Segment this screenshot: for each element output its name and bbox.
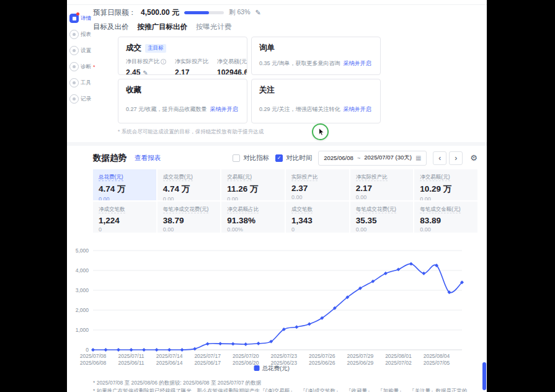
compare-metric-checkbox[interactable]: 对比指标 <box>233 154 269 163</box>
metric-compare-value: 0.00 <box>420 226 472 233</box>
main-column: 预算日限额： 4,500.00 元 剩 63% ✎ 目标及出价 按推广目标出价 … <box>93 7 477 392</box>
metric-label: 实际投产比 <box>291 174 344 181</box>
goal-suggestion-row: 0.29 元/关注，增强店铺关注转化采纳并开启 <box>259 105 373 114</box>
footnotes: * 2025/07/08 至 2025/08/06 的数据较: 2025/06/… <box>93 379 477 392</box>
goal-suggestion-row: 0.35 元/询单，获取更多意向咨询采纳并开启 <box>259 60 373 68</box>
date-range-picker[interactable]: 2025/06/08 ~ 2025/07/07 (30天) ▦ <box>318 151 427 166</box>
svg-text:2025/07/02: 2025/07/02 <box>385 360 412 366</box>
metric-card-8[interactable]: 每笔净成交花费(元)38.790.00 <box>158 202 221 233</box>
metric-value: 4.74 万 <box>163 184 215 195</box>
svg-text:1,000: 1,000 <box>76 327 89 333</box>
svg-text:2,000: 2,000 <box>76 307 89 313</box>
metric-label: 总花费(元) <box>99 174 151 181</box>
anchor-item-2[interactable]: 报表 <box>69 30 98 39</box>
goal-note: * 系统会尽可能达成设置的目标，保持稳定投放有助于提升达成 <box>118 128 477 136</box>
metric-label: 成交花费(元) <box>163 174 215 181</box>
metric-label: 每笔净成交花费(元) <box>163 206 215 213</box>
anchor-icon <box>69 94 79 104</box>
goal-card-header: 收藏 <box>126 85 239 96</box>
metric-card-10[interactable]: 成交笔数1,3430 <box>286 202 349 233</box>
metric-label: 净成交笔数 <box>99 206 151 213</box>
metric-label-text: 实际投产比 <box>291 174 318 181</box>
metric-value: 11.26 万 <box>227 184 279 195</box>
svg-text:5,000: 5,000 <box>76 247 89 254</box>
info-icon[interactable]: i <box>161 59 166 65</box>
goal-metric-value-row: 2.17 <box>175 68 208 75</box>
scrollbar-thumb[interactable] <box>482 362 486 390</box>
calendar-icon: ▦ <box>415 154 421 161</box>
svg-text:3,000: 3,000 <box>76 287 89 293</box>
metric-card-6[interactable]: 净交易额(元)10.29 万0.00 <box>414 169 477 200</box>
metric-compare-value: 0.00 <box>99 196 151 200</box>
next-period-button[interactable]: › <box>449 151 463 165</box>
goal-suggestion-desc: 0.35 元/询单，获取更多意向咨询 <box>259 60 340 66</box>
anchor-label: 详情 <box>81 15 91 22</box>
goal-metric-label: 净目标投产比 <box>126 58 159 66</box>
anchor-label: 诊断 <box>81 63 91 71</box>
metric-card-9[interactable]: 净交易额占比91.38%0.00% <box>221 202 285 233</box>
metric-card-12[interactable]: 每笔成交金额(元)83.890.00 <box>414 202 477 233</box>
metric-card-11[interactable]: 每笔成交花费(元)35.350.00 <box>350 202 414 233</box>
metric-card-2[interactable]: 成交花费(元)4.74 万0.00 <box>158 169 221 200</box>
metric-label-text: 成交花费(元) <box>163 174 193 181</box>
svg-text:2025/08/01: 2025/08/01 <box>385 353 412 359</box>
budget-remaining: 剩 63% <box>229 8 250 17</box>
compare-time-checkbox[interactable]: ✓ 对比时间 <box>275 154 312 163</box>
prev-period-button[interactable]: ‹ <box>433 151 446 165</box>
anchor-label: 记录 <box>81 96 91 103</box>
view-report-link[interactable]: 查看报表 <box>135 154 161 163</box>
trend-header-controls: 对比指标 ✓ 对比时间 2025/06/08 ~ 2025/07/07 (30天… <box>233 151 477 166</box>
metric-value: 91.38% <box>227 216 279 225</box>
top-divider <box>67 0 487 5</box>
goal-title: 收藏 <box>126 85 141 96</box>
anchor-item-6[interactable]: 记录 <box>69 94 98 104</box>
anchor-item-3[interactable]: 设置 <box>69 46 98 55</box>
goal-metric-value: 2.17 <box>175 68 189 75</box>
goal-title: 成交 <box>126 43 141 53</box>
anchor-label: 工具 <box>81 79 91 87</box>
anchor-item-5[interactable]: 工具 <box>69 78 98 87</box>
metric-card-3[interactable]: 交易额(元)11.26 万0.00 <box>221 169 285 200</box>
goal-metric-value: 2.45 <box>126 68 140 75</box>
metric-label-text: 净成交笔数 <box>99 206 125 213</box>
budget-amount: 4,500.00 元 <box>141 7 179 18</box>
adopt-enable-link[interactable]: 采纳并开启 <box>344 106 371 112</box>
adopt-enable-link[interactable]: 采纳并开启 <box>344 60 371 66</box>
anchor-icon <box>69 46 79 55</box>
goal-metric-value-row: 2.45✎ <box>126 68 166 75</box>
settings-gear-icon[interactable]: ⚙ <box>470 153 477 163</box>
metric-card-7[interactable]: 净成交笔数1,2240 <box>93 202 156 233</box>
edit-target-roi-icon[interactable]: ✎ <box>143 69 148 76</box>
metric-label: 净交易额占比 <box>227 206 279 213</box>
svg-text:4,000: 4,000 <box>76 267 89 274</box>
period-nav: ‹ › <box>433 151 463 165</box>
svg-text:2025/06/08: 2025/06/08 <box>80 360 107 366</box>
footnote-1: * 2025/07/08 至 2025/08/06 的数据较: 2025/06/… <box>93 379 477 387</box>
edit-budget-icon[interactable]: ✎ <box>255 9 260 17</box>
metric-card-5[interactable]: 净实际投产比2.170.00 <box>350 169 414 200</box>
trend-header-left: 数据趋势 查看报表 <box>93 153 161 164</box>
svg-text:2025/07/17: 2025/07/17 <box>194 353 221 359</box>
metric-label-text: 净交易额(元) <box>420 174 450 181</box>
metric-label-text: 每笔成交花费(元) <box>356 206 396 213</box>
tab-bid-by-impression[interactable]: 按曝光计费 <box>196 22 232 32</box>
metric-compare-value: 0.00% <box>227 226 279 233</box>
goal-metric: 净目标投产比i2.45✎ <box>126 58 166 75</box>
metric-card-1[interactable]: 总花费(元)4.74 万0.00 <box>93 169 156 200</box>
svg-text:2025/06/20: 2025/06/20 <box>233 360 259 366</box>
metric-compare-value: 0.00 <box>163 196 215 200</box>
anchor-item-1[interactable]: 详情 <box>69 14 98 23</box>
adopt-enable-link[interactable]: 采纳并开启 <box>210 106 238 112</box>
anchor-label: 设置 <box>81 47 91 55</box>
metric-compare-value: 0.00 <box>227 196 279 200</box>
svg-text:2025/07/23: 2025/07/23 <box>270 353 297 359</box>
tab-bid-by-goal[interactable]: 按推广目标出价 <box>138 22 188 32</box>
metric-label-text: 成交笔数 <box>291 206 313 213</box>
goal-cards-grid: 成交主目标净目标投产比i2.45✎净实际投产比2.17净交易额(元)102946… <box>118 37 477 123</box>
goal-metric-label-row: 净实际投产比 <box>175 58 208 66</box>
anchor-item-4[interactable]: 诊断* <box>69 62 98 71</box>
checkbox-unchecked-icon <box>233 154 240 162</box>
goal-title: 询单 <box>259 43 275 53</box>
svg-text:2025/07/05: 2025/07/05 <box>424 360 450 366</box>
metric-card-4[interactable]: 实际投产比2.370.00 <box>286 169 349 200</box>
